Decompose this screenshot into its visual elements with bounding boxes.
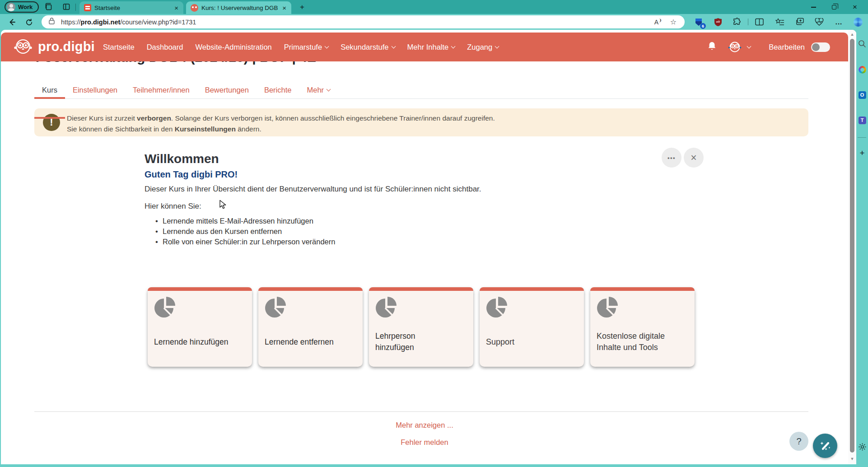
nav-link-mehr-inhalte[interactable]: Mehr Inhalte [407,43,455,51]
edit-mode-toggle[interactable] [811,42,830,52]
list-item: Lernende aus den Kursen entfernen [154,226,335,237]
sidebar-teams-icon[interactable]: T [857,115,867,125]
tab-teilnehmer[interactable]: Teilnehmer/innen [125,80,197,99]
password-manager-extension-icon[interactable]: 6 [693,17,704,27]
section-menu-button[interactable]: ••• [662,148,681,168]
help-button[interactable]: ? [789,432,808,451]
profile-label: Work [18,4,33,10]
browser-essentials-icon[interactable] [814,17,824,27]
tab-actions-icon[interactable] [62,3,71,12]
magic-wand-icon [818,439,832,453]
browser-profile-button[interactable]: Work [5,1,39,13]
intro-text: Dieser Kurs in Ihrer Übersicht dient der… [145,185,481,194]
sidebar-settings-gear-icon[interactable] [857,442,867,452]
page-scrollbar[interactable]: ▲ ▼ [848,30,856,464]
nav-link-website-administration[interactable]: Website-Administration [195,43,271,51]
show-more-link[interactable]: Mehr anzeigen ... [1,421,848,430]
pie-chart-icon [154,295,177,319]
warning-line-2: Sie können die Sichtbarkeit in den Kurse… [67,124,495,135]
section-close-button[interactable]: × [684,148,704,168]
read-aloud-icon[interactable]: A❩ [654,18,662,26]
card-label: Kostenlose digitale Inhalte und Tools [597,331,691,353]
card-label: Lehrperson hinzufügen [375,331,470,353]
browser-window: Work Startseite × Kurs: ! Userverwaltung… [0,0,868,467]
tab-close-icon[interactable]: × [281,4,288,12]
card-lernende-hinzufuegen[interactable]: Lernende hinzufügen [148,287,252,367]
ublock-extension-icon[interactable]: uO [713,17,723,27]
window-controls: × [803,0,865,14]
tab-mehr[interactable]: Mehr [299,80,338,99]
card-lehrperson-hinzufuegen[interactable]: Lehrperson hinzufügen [369,287,473,367]
extension-badge: 6 [700,23,706,29]
tab-kurs-userverwaltung[interactable]: Kurs: ! Userverwaltung DGB4 (202 × [186,1,291,14]
magic-wand-button[interactable] [813,434,837,458]
new-tab-button[interactable]: + [297,2,307,12]
navbar-right-cluster: Bearbeiten [707,33,848,61]
digbi-favicon-icon [191,4,198,12]
tab-title: Kurs: ! Userverwaltung DGB4 (202 [201,5,278,11]
workspaces-icon[interactable] [44,3,53,12]
sidebar-search-icon[interactable] [857,39,867,49]
browser-tab-strip: Work Startseite × Kurs: ! Userverwaltung… [0,0,868,14]
nav-link-primarstufe[interactable]: Primarstufe [284,43,328,51]
card-lernende-entfernen[interactable]: Lernende entfernen [258,287,363,367]
browser-toolbar: https://pro.digbi.net/course/view.php?id… [0,14,868,30]
scrollbar-thumb[interactable] [850,39,854,453]
scroll-up-icon[interactable]: ▲ [848,32,856,37]
split-screen-icon[interactable] [754,17,765,27]
course-tabs: Kurs Einstellungen Teilnehmer/innen Bewe… [34,80,338,99]
toolbar-separator [748,19,748,25]
settings-more-icon[interactable]: ... [834,17,844,27]
capability-list: Lernende mittels E-Mail-Adressen hinzufü… [154,216,335,247]
course-hidden-warning: ! Dieser Kurs ist zurzeit verborgen. Sol… [34,108,808,136]
favorites-bar-icon[interactable] [775,17,785,27]
card-support[interactable]: Support [480,287,584,367]
profile-avatar-icon [7,3,15,11]
card-kostenlose-inhalte[interactable]: Kostenlose digitale Inhalte und Tools [590,287,695,367]
list-intro-text: Hier können Sie: [145,202,201,211]
list-item: Lernende mittels E-Mail-Adressen hinzufü… [154,216,335,226]
favorite-star-icon[interactable]: ☆ [670,18,677,26]
copilot-icon[interactable] [853,17,863,27]
footer-divider [34,411,808,412]
nav-link-sekundarstufe[interactable]: Sekundarstufe [341,43,395,51]
extensions-puzzle-icon[interactable] [732,17,742,27]
nav-link-zugang[interactable]: Zugang [467,43,499,51]
tab-bewertungen[interactable]: Bewertungen [197,80,257,99]
nav-link-startseite[interactable]: Startseite [103,43,135,51]
close-button[interactable]: × [845,0,865,14]
brand-name: pro.digbi [38,39,95,54]
sidebar-outlook-icon[interactable]: O [857,90,867,100]
pie-chart-icon [375,295,399,319]
lock-icon[interactable] [49,18,55,26]
sidebar-add-icon[interactable]: + [857,148,867,158]
tab-startseite[interactable]: Startseite × [79,1,183,14]
user-avatar[interactable] [727,39,743,55]
warning-line-1: Dieser Kurs ist zurzeit verborgen. Solan… [67,113,495,124]
notification-bell-icon[interactable] [707,41,717,53]
back-button[interactable] [5,16,18,28]
tab-kurs[interactable]: Kurs [34,80,65,99]
page-content: ! Userverwaltung DGB4 (2024/25) | BGF | … [1,30,856,464]
svg-text:uO: uO [716,20,720,23]
scroll-down-icon[interactable]: ▼ [848,457,856,461]
restore-button[interactable] [824,0,845,14]
card-label: Lernende hinzufügen [154,331,248,353]
tab-close-icon[interactable]: × [173,4,180,12]
user-menu-chevron-icon[interactable] [747,44,751,48]
tab-einstellungen[interactable]: Einstellungen [65,80,125,99]
collections-icon[interactable] [795,17,805,27]
report-error-link[interactable]: Fehler melden [1,438,848,447]
pie-chart-icon [265,295,288,319]
list-item: Rolle von einer Schüler:in zur Lehrperso… [154,237,335,247]
owl-logo-icon [13,37,33,56]
minimize-button[interactable] [803,0,824,14]
url-text[interactable]: https://pro.digbi.net/course/view.php?id… [61,19,654,26]
active-tab-underline [34,97,65,99]
tab-berichte[interactable]: Berichte [257,80,299,99]
address-bar[interactable]: https://pro.digbi.net/course/view.php?id… [42,15,685,28]
site-logo[interactable]: pro.digbi [13,37,95,56]
nav-link-dashboard[interactable]: Dashboard [147,43,183,51]
sidebar-m365-icon[interactable] [857,65,867,75]
refresh-button[interactable] [23,16,35,28]
